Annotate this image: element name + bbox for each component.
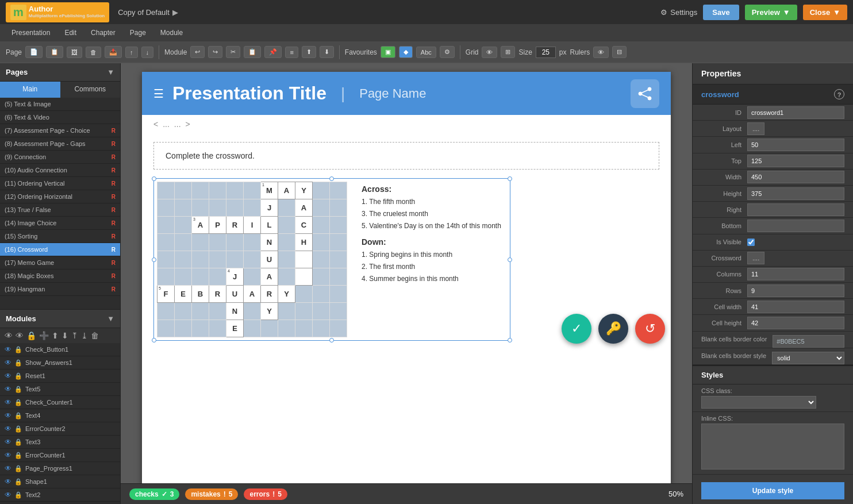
mod-arrow-top[interactable]: ⤒ [71,331,78,340]
module-reset1[interactable]: 👁🔒Reset1 [0,370,120,383]
module-check-button1[interactable]: 👁🔒Check_Button1 [0,343,120,356]
grid-cell-6-1[interactable]: E [175,286,192,303]
handle-bm[interactable] [329,338,334,343]
page-item-19[interactable]: (19) HangmanR [0,283,120,296]
prop-visible-checkbox[interactable] [747,238,755,246]
grid-cell-0-7[interactable]: A [278,182,295,199]
prop-layout-btn[interactable]: .... [747,122,764,135]
module-show-answers1[interactable]: 👁🔒Show_Answers1 [0,356,120,370]
grid-cell-6-6[interactable]: R [261,286,278,303]
mod-eye1[interactable]: 👁 [5,331,13,340]
page-item-5[interactable]: (5) Text & Image [0,98,120,111]
module-error-counter2[interactable]: 👁🔒ErrorCounter2 [0,422,120,436]
toolbar-fav-text[interactable]: Abc [416,47,436,58]
prop-right-input[interactable] [747,203,844,216]
toolbar-page-export[interactable]: 📤 [105,46,122,58]
page-item-14[interactable]: (14) Image ChoiceR [0,217,120,230]
toolbar-page-up[interactable]: ↑ [125,47,138,58]
page-item-17[interactable]: (17) Memo GameR [0,256,120,270]
prop-rows-input[interactable] [747,284,844,297]
toolbar-cut[interactable]: ✂ [226,46,240,58]
inline-css-textarea[interactable] [701,424,844,470]
toolbar-size-input[interactable] [536,47,556,58]
grid-cell-6-2[interactable]: B [192,286,209,303]
grid-cell-0-8[interactable]: Y [295,182,313,199]
nav-next[interactable]: > [186,120,190,129]
menu-chapter[interactable]: Chapter [85,26,121,39]
menu-page[interactable]: Page [124,26,152,39]
grid-cell-1-8[interactable]: A [295,199,313,217]
mod-arrow-up[interactable]: ⬆ [52,331,59,340]
prop-width-input[interactable] [747,171,844,183]
app-title-arrow[interactable]: ▶ [172,8,178,17]
toolbar-page-img[interactable]: 🖼 [67,47,82,58]
crossword-module-container[interactable]: 1MAYJA3APRILCNHU4JA5FEBRUARYNYE Across: … [153,178,510,341]
module-error-counter1[interactable]: 👁🔒ErrorCounter1 [0,449,120,462]
toolbar-rulers-snap[interactable]: ⊟ [612,46,627,58]
handle-bl[interactable] [152,338,156,343]
mod-add[interactable]: ➕ [39,331,49,340]
mod-eye2[interactable]: 👁 [16,331,24,340]
toolbar-grid-eye[interactable]: 👁 [482,47,497,58]
fab-key-button[interactable]: 🔑 [598,314,628,344]
prop-columns-input[interactable] [747,268,844,280]
prop-top-input[interactable] [747,155,844,167]
tab-main[interactable]: Main [0,82,60,98]
prop-id-input[interactable] [747,106,844,119]
mod-arrow-down[interactable]: ⬇ [62,331,68,340]
page-item-10[interactable]: (10) Audio ConnectionR [0,164,120,177]
grid-cell-3-8[interactable]: H [295,234,313,251]
toolbar-fav-gear[interactable]: ⚙ [440,46,455,58]
page-item-9[interactable]: (9) ConnectionR [0,151,120,164]
fab-refresh-button[interactable]: ↺ [635,314,665,344]
page-item-6[interactable]: (6) Text & Video [0,111,120,124]
page-item-13[interactable]: (13) True / FalseR [0,203,120,217]
hamburger-icon[interactable]: ☰ [153,87,164,101]
page-item-12[interactable]: (12) Ordering HorizontalR [0,190,120,203]
grid-cell-6-0[interactable]: 5F [157,286,175,303]
prop-blank-style-select[interactable]: solid dashed dotted [772,352,844,364]
page-item-8[interactable]: (8) Assessment Page - GapsR [0,137,120,151]
prop-left-input[interactable] [747,138,844,151]
nav-prev[interactable]: < [153,120,158,129]
grid-cell-2-2[interactable]: 3A [192,217,209,234]
grid-cell-6-7[interactable]: Y [278,286,295,303]
grid-cell-5-8[interactable] [295,268,313,286]
grid-cell-0-6[interactable]: 1M [261,182,278,199]
page-item-15[interactable]: (15) SortingR [0,230,120,243]
grid-cell-2-3[interactable]: P [209,217,226,234]
module-text3[interactable]: 👁🔒Text3 [0,436,120,449]
grid-cell-7-4[interactable]: N [226,303,244,320]
toolbar-undo[interactable]: ↩ [190,46,205,58]
grid-cell-3-6[interactable]: N [261,234,278,251]
toolbar-rulers-eye[interactable]: 👁 [593,47,609,58]
module-page-progress1[interactable]: 👁🔒Page_Progress1 [0,462,120,475]
toolbar-fav-green[interactable]: ▣ [381,46,395,58]
toolbar-redo[interactable]: ↪ [208,46,222,58]
page-item-18[interactable]: (18) Magic BoxesR [0,270,120,283]
mod-arrow-bottom[interactable]: ⤓ [81,331,88,340]
modules-menu-icon[interactable]: ▼ [107,314,114,323]
toolbar-paste[interactable]: 📌 [264,46,282,58]
prop-bottom-input[interactable] [747,220,844,232]
update-style-button[interactable]: Update style [701,482,844,499]
menu-module[interactable]: Module [155,26,189,39]
handle-br[interactable] [508,338,512,343]
grid-cell-4-6[interactable]: U [261,251,278,268]
fab-check-button[interactable]: ✓ [562,314,591,344]
grid-cell-2-4[interactable]: R [226,217,244,234]
menu-presentation[interactable]: Presentation [6,26,56,39]
toolbar-page-add[interactable]: 📄 [25,46,43,58]
pages-menu-icon[interactable]: ▼ [107,68,114,76]
grid-cell-4-8[interactable] [295,251,313,268]
preview-button[interactable]: Preview ▼ [745,5,797,20]
toolbar-fav-blue[interactable]: ◆ [399,46,413,58]
prop-cell-height-input[interactable] [747,317,844,329]
prop-blank-color-input[interactable] [773,335,844,348]
page-item-16[interactable]: (16) CrosswordR [0,243,120,256]
module-check-counter1[interactable]: 👁🔒Check_Counter1 [0,396,120,409]
toolbar-grid-snap[interactable]: ⊞ [501,46,515,58]
save-button[interactable]: Save [703,5,739,20]
grid-cell-7-6[interactable]: Y [261,303,278,320]
handle-mr[interactable] [508,257,512,262]
